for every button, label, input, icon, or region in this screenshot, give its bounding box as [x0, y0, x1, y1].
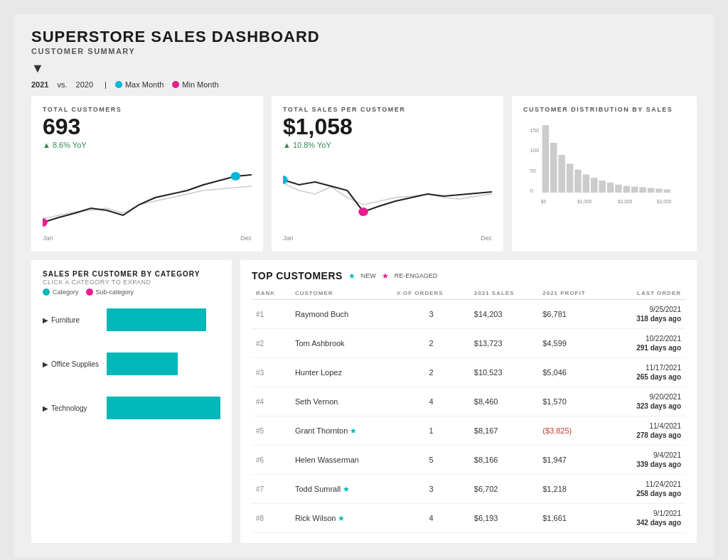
cell-rank: #2	[252, 329, 291, 358]
svg-rect-20	[639, 188, 646, 193]
cell-profit: $5,046	[538, 358, 611, 387]
svg-text:$1,000: $1,000	[577, 200, 592, 205]
distribution-card: CUSTOMER DISTRIBUTION BY SALES 150 100 5…	[512, 96, 697, 252]
yoy-arrow: ▲ 8.6% YoY	[43, 141, 87, 149]
cell-last-order: 9/4/2021 339 days ago	[611, 446, 685, 475]
cat-item-furniture[interactable]: ▶ Furniture	[43, 308, 220, 331]
svg-text:$2,000: $2,000	[618, 200, 633, 205]
svg-point-2	[358, 208, 368, 216]
filter-icon[interactable]: ▼	[31, 61, 697, 76]
svg-rect-11	[567, 163, 574, 193]
svg-rect-15	[599, 181, 606, 193]
customers-chart	[43, 155, 252, 233]
cell-rank: #7	[252, 475, 291, 504]
cell-last-order: 9/20/2021 323 days ago	[611, 387, 685, 416]
col-customer: CUSTOMER	[291, 287, 392, 300]
top-customers-panel: TOP CUSTOMERS ★ NEW ★ RE-ENGAGED RANK CU…	[240, 260, 697, 543]
cat-item-technology[interactable]: ▶ Technology	[43, 397, 220, 419]
cell-sales: $10,523	[470, 358, 538, 387]
top-row: TOTAL CUSTOMERS 693 ▲ 8.6% YoY Jan	[31, 96, 697, 252]
total-sales-value: $1,058	[283, 114, 492, 139]
legend-category: Category	[43, 289, 79, 296]
svg-rect-21	[648, 188, 655, 193]
category-title: SALES PER CUSTOMER BY CATEGORY	[43, 270, 220, 278]
cell-rank: #3	[252, 358, 291, 387]
cell-orders: 4	[392, 504, 469, 533]
table-row: #8 Rick Wilson ★ 4 $6,193 $1,661 9/1/202…	[252, 504, 685, 533]
header: SUPERSTORE SALES DASHBOARD CUSTOMER SUMM…	[31, 28, 697, 55]
reengaged-star-icon: ★	[382, 271, 389, 281]
cell-rank: #4	[252, 387, 291, 416]
category-dot	[43, 289, 50, 296]
cat-label-technology: ▶ Technology	[43, 404, 100, 412]
table-row: #1 Raymond Buch 3 $14,203 $6,781 9/25/20…	[252, 300, 685, 329]
total-sales-yoy: ▲ 10.8% YoY	[283, 141, 492, 149]
cell-customer: Tom Ashbrook	[291, 329, 392, 358]
cat-bar-furniture	[107, 308, 206, 331]
last-order-ago: 323 days ago	[615, 402, 681, 411]
cell-last-order: 11/17/2021 265 days ago	[611, 358, 685, 387]
last-order-date: 11/24/2021	[615, 480, 681, 489]
svg-rect-14	[591, 178, 598, 193]
cell-profit: $1,661	[538, 504, 611, 533]
cat-item-office[interactable]: ▶ Office Supplies	[43, 352, 220, 375]
cell-rank: #8	[252, 504, 291, 533]
svg-rect-22	[655, 189, 663, 193]
cell-sales: $8,167	[470, 416, 538, 446]
cell-customer: Hunter Lopez	[291, 358, 392, 387]
table-row: #6 Helen Wasserman 5 $8,166 $1,947 9/4/2…	[252, 446, 685, 475]
cell-orders: 4	[392, 387, 469, 416]
svg-point-1	[231, 172, 241, 181]
svg-text:100: 100	[530, 147, 540, 154]
legend-max-label: Max Month	[125, 80, 164, 89]
chart-label-jan: Jan	[43, 235, 53, 242]
table-header-row: RANK CUSTOMER # OF ORDERS 2021 SALES 202…	[252, 287, 685, 300]
cell-orders: 3	[392, 475, 469, 504]
svg-point-0	[43, 218, 48, 227]
last-order-date: 9/25/2021	[615, 305, 681, 314]
cell-profit: $1,570	[538, 387, 611, 416]
last-order-ago: 342 days ago	[615, 518, 681, 527]
last-order-date: 11/17/2021	[615, 363, 681, 372]
category-bars: ▶ Furniture ▶ Office Supplies ▶ Techno	[43, 308, 220, 419]
last-order-ago: 278 days ago	[615, 431, 681, 440]
last-order-date: 9/4/2021	[615, 451, 681, 460]
cell-customer: Grant Thornton ★	[291, 416, 392, 446]
last-order-ago: 318 days ago	[615, 314, 681, 323]
subcategory-dot	[86, 289, 93, 296]
col-orders: # OF ORDERS	[392, 287, 469, 300]
total-customers-yoy: ▲ 8.6% YoY	[43, 141, 252, 149]
cell-profit: $1,218	[538, 475, 611, 504]
cell-rank: #6	[252, 446, 291, 475]
cell-orders: 5	[392, 446, 469, 475]
svg-rect-8	[542, 125, 550, 193]
cell-sales: $8,460	[470, 387, 538, 416]
svg-rect-19	[631, 187, 638, 193]
sales-chart-jan: Jan	[283, 235, 294, 242]
customers-table: RANK CUSTOMER # OF ORDERS 2021 SALES 202…	[252, 287, 685, 533]
cell-profit: $4,599	[538, 329, 611, 358]
svg-rect-9	[550, 143, 557, 193]
category-panel: SALES PER CUSTOMER BY CATEGORY CLICK A C…	[31, 260, 232, 543]
chart-label-dec: Dec	[240, 235, 252, 242]
total-customers-value: 693	[43, 114, 252, 139]
col-profit: 2021 PROFIT	[538, 287, 611, 300]
legend-max: Max Month	[115, 80, 164, 89]
svg-text:$3,000: $3,000	[657, 200, 672, 205]
svg-rect-16	[607, 183, 614, 193]
reengaged-label: RE-ENGAGED	[395, 272, 438, 279]
legend-subcategory-label: Sub-category	[96, 289, 134, 296]
cell-orders: 1	[392, 416, 469, 446]
svg-rect-17	[615, 185, 622, 193]
last-order-ago: 265 days ago	[615, 372, 681, 382]
total-customers-title: TOTAL CUSTOMERS	[43, 106, 252, 113]
cell-sales: $14,203	[470, 300, 538, 329]
bottom-row: SALES PER CUSTOMER BY CATEGORY CLICK A C…	[31, 260, 697, 543]
svg-text:0: 0	[530, 188, 533, 194]
cell-sales: $8,166	[470, 446, 538, 475]
main-title: SUPERSTORE SALES DASHBOARD	[31, 28, 697, 45]
cell-last-order: 11/24/2021 258 days ago	[611, 475, 685, 504]
cat-label-office: ▶ Office Supplies	[43, 360, 100, 368]
max-dot	[115, 81, 122, 88]
legend-year-2021: 2021	[31, 80, 48, 89]
